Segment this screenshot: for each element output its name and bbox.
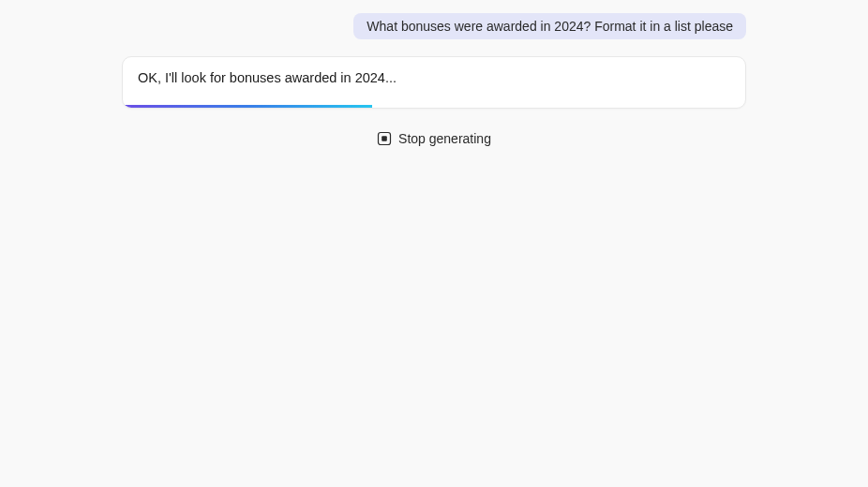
- chat-container: What bonuses were awarded in 2024? Forma…: [0, 0, 868, 150]
- loading-progress-bar: [123, 105, 372, 108]
- svg-rect-1: [382, 136, 387, 141]
- assistant-message-row: OK, I'll look for bonuses awarded in 202…: [0, 56, 868, 109]
- stop-generating-label: Stop generating: [398, 131, 491, 146]
- stop-generating-button[interactable]: Stop generating: [369, 127, 499, 150]
- user-message-bubble: What bonuses were awarded in 2024? Forma…: [353, 13, 746, 39]
- stop-row: Stop generating: [0, 127, 868, 150]
- user-message-row: What bonuses were awarded in 2024? Forma…: [0, 0, 868, 39]
- user-message-text: What bonuses were awarded in 2024? Forma…: [367, 19, 733, 34]
- assistant-message-text: OK, I'll look for bonuses awarded in 202…: [123, 57, 745, 108]
- stop-icon: [377, 131, 392, 146]
- assistant-message-bubble: OK, I'll look for bonuses awarded in 202…: [122, 56, 746, 109]
